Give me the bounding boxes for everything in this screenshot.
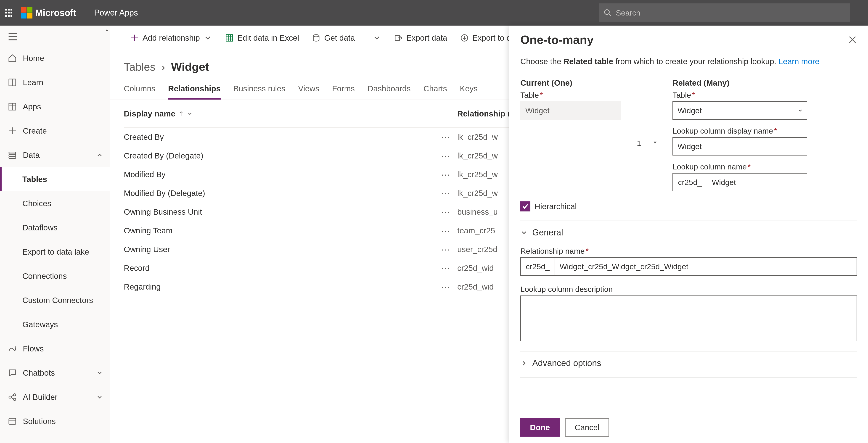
sidebar-item-label: Gateways: [22, 320, 58, 329]
svg-line-19: [11, 398, 13, 399]
row-actions-icon[interactable]: ···: [434, 188, 457, 198]
related-heading: Related (Many): [673, 78, 807, 88]
svg-point-29: [313, 34, 319, 37]
tab-business-rules[interactable]: Business rules: [234, 84, 285, 100]
cell-display-name: Owning Team: [124, 226, 434, 235]
tab-views[interactable]: Views: [298, 84, 319, 100]
lookup-name-label: Lookup column name*: [673, 162, 807, 171]
cmd-export-data[interactable]: Export data: [388, 26, 454, 50]
database-icon: [8, 151, 17, 160]
sidebar-item-learn[interactable]: Learn: [0, 70, 110, 95]
cmd-add-relationship[interactable]: Add relationship: [124, 26, 219, 50]
cmd-get-data[interactable]: Get data: [305, 26, 361, 50]
chevron-down-icon: [373, 34, 381, 42]
sidebar-item-label: Flows: [23, 344, 43, 353]
sidebar-item-chatbots[interactable]: Chatbots: [0, 361, 110, 385]
lookup-desc-textarea[interactable]: [520, 295, 857, 341]
sidebar-item-label: Create: [23, 126, 47, 135]
relationship-name-label: Relationship name*: [520, 247, 857, 255]
tab-keys[interactable]: Keys: [460, 84, 477, 100]
sidebar-item-dataflows[interactable]: Dataflows: [0, 216, 110, 240]
breadcrumb-parent[interactable]: Tables: [124, 61, 156, 73]
hamburger-icon: [8, 33, 18, 41]
tab-forms[interactable]: Forms: [332, 84, 355, 100]
sidebar-item-create[interactable]: Create: [0, 119, 110, 143]
learn-more-link[interactable]: Learn more: [778, 57, 819, 66]
general-section-toggle[interactable]: General: [520, 228, 857, 238]
panel-description: Choose the Related table from which to c…: [520, 56, 857, 67]
close-icon[interactable]: [848, 35, 857, 44]
sidebar-item-data[interactable]: Data: [0, 143, 110, 167]
app-launcher-icon[interactable]: [4, 8, 14, 18]
app-title: Power Apps: [94, 8, 138, 18]
cardinality-indicator: 1—*: [637, 78, 656, 198]
tab-relationships[interactable]: Relationships: [168, 84, 220, 100]
breadcrumb-current: Widget: [171, 60, 209, 73]
scrollbar-up-icon[interactable]: [104, 26, 110, 35]
related-table-label: Table*: [673, 91, 807, 100]
tab-columns[interactable]: Columns: [124, 84, 155, 100]
cmd-split-chevron[interactable]: [366, 26, 388, 50]
row-actions-icon[interactable]: ···: [434, 132, 457, 142]
cmd-label: Add relationship: [143, 33, 200, 42]
lookup-display-input[interactable]: [673, 137, 807, 156]
chat-icon: [8, 368, 17, 377]
sidebar-item-flows[interactable]: Flows: [0, 337, 110, 361]
cmd-label: Get data: [324, 33, 355, 42]
svg-line-1: [609, 14, 611, 16]
solutions-icon: [8, 417, 17, 426]
sidebar-item-export-to-data-lake[interactable]: Export to data lake: [0, 240, 110, 264]
sidebar-item-choices[interactable]: Choices: [0, 191, 110, 216]
svg-point-16: [13, 394, 16, 396]
lookup-name-input[interactable]: [707, 173, 807, 191]
sidebar-item-custom-connectors[interactable]: Custom Connectors: [0, 288, 110, 312]
chevron-down-icon: [187, 111, 193, 117]
current-heading: Current (One): [520, 78, 621, 88]
related-table-select[interactable]: [673, 101, 807, 120]
sidebar-item-label: Chatbots: [23, 368, 55, 377]
sort-asc-icon: [179, 111, 184, 116]
advanced-label: Advanced options: [532, 358, 601, 368]
sidebar-item-label: Dataflows: [22, 223, 58, 232]
sidebar-item-tables[interactable]: Tables: [0, 167, 110, 191]
relationship-name-input[interactable]: [555, 257, 857, 276]
home-icon: [8, 54, 17, 63]
row-actions-icon[interactable]: ···: [434, 151, 457, 161]
sidebar-item-connections[interactable]: Connections: [0, 264, 110, 288]
search-input[interactable]: [616, 8, 846, 18]
general-label: General: [532, 228, 563, 238]
sidebar-item-ai-builder[interactable]: AI Builder: [0, 385, 110, 409]
row-actions-icon[interactable]: ···: [434, 207, 457, 217]
row-actions-icon[interactable]: ···: [434, 244, 457, 255]
svg-line-18: [11, 395, 13, 397]
cancel-button[interactable]: Cancel: [565, 418, 609, 437]
row-actions-icon[interactable]: ···: [434, 169, 457, 180]
sidebar-item-apps[interactable]: Apps: [0, 95, 110, 119]
search-icon: [603, 9, 612, 17]
sidebar-item-home[interactable]: Home: [0, 46, 110, 70]
sidebar-item-label: Home: [23, 54, 44, 63]
tab-dashboards[interactable]: Dashboards: [368, 84, 411, 100]
advanced-section-toggle[interactable]: Advanced options: [520, 358, 857, 368]
hierarchical-checkbox[interactable]: Hierarchical: [520, 201, 857, 212]
done-button[interactable]: Done: [520, 418, 560, 437]
svg-point-15: [9, 396, 11, 398]
relationship-name-prefix: cr25d_: [520, 257, 555, 276]
panel-description-post: from which to create your relationship l…: [613, 57, 779, 66]
chevron-up-icon: [96, 152, 103, 158]
row-actions-icon[interactable]: ···: [434, 263, 457, 273]
cmd-edit-data-in-excel[interactable]: Edit data in Excel: [219, 26, 305, 50]
cell-display-name: Record: [124, 263, 434, 273]
sidebar-item-label: Data: [23, 151, 40, 160]
column-header-display-name[interactable]: Display name: [124, 109, 434, 118]
sidebar-item-gateways[interactable]: Gateways: [0, 312, 110, 337]
row-actions-icon[interactable]: ···: [434, 226, 457, 236]
tab-charts[interactable]: Charts: [424, 84, 447, 100]
search-box[interactable]: [599, 3, 850, 22]
lookup-desc-label: Lookup column description: [520, 285, 857, 294]
hamburger-button[interactable]: [0, 26, 110, 46]
sidebar: HomeLearnAppsCreateDataTablesChoicesData…: [0, 26, 110, 443]
sidebar-item-solutions[interactable]: Solutions: [0, 409, 110, 434]
row-actions-icon[interactable]: ···: [434, 282, 457, 292]
svg-rect-20: [9, 418, 16, 424]
